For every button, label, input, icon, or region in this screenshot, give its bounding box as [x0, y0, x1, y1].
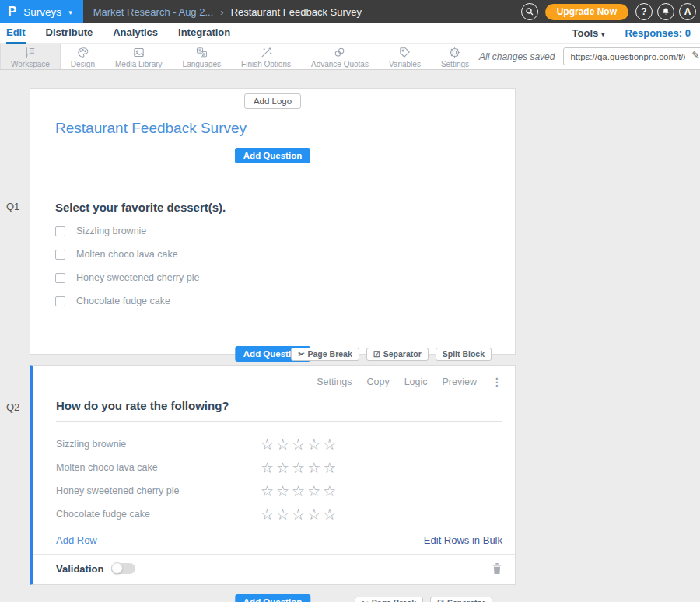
separator-button[interactable]: ☑Separator — [430, 597, 492, 602]
trash-icon — [492, 562, 502, 575]
notifications-button[interactable] — [657, 3, 674, 20]
toolbar-item-finish-options[interactable]: Finish Options — [231, 44, 301, 69]
star-icon: ☆ — [292, 460, 305, 475]
add-row-link[interactable]: Add Row — [56, 534, 97, 546]
star-icon: ☆ — [276, 460, 289, 475]
star-icon: ☆ — [261, 437, 274, 452]
toolbar-item-variables[interactable]: Variables — [379, 44, 431, 69]
image-icon — [131, 46, 146, 59]
q1-option-row[interactable]: Molten choco lava cake — [55, 243, 515, 266]
gear-icon — [447, 46, 462, 59]
rating-row: Molten choco lava cake ☆☆☆☆☆ — [56, 456, 515, 479]
edit-url-pencil-icon[interactable]: ✎ — [691, 50, 699, 61]
q1-option-row[interactable]: Honey sweetened cherry pie — [55, 266, 515, 289]
q2-copy-link[interactable]: Copy — [366, 376, 389, 387]
upgrade-now-button[interactable]: Upgrade Now — [545, 4, 628, 20]
chevron-down-icon: ▾ — [601, 30, 605, 38]
tab-distribute[interactable]: Distribute — [46, 23, 93, 44]
toolbar-item-media-library[interactable]: Media Library — [105, 44, 173, 69]
breadcrumb-folder[interactable]: Market Research - Aug 2... — [93, 6, 214, 18]
star-icon: ☆ — [276, 484, 289, 499]
star-icon: ☆ — [307, 437, 320, 452]
top-bar: P Surveys ▾ Market Research - Aug 2... ›… — [0, 0, 700, 23]
star-icon: ☆ — [276, 507, 289, 522]
magic-wand-icon — [259, 46, 274, 59]
star-icon: ☆ — [261, 460, 274, 475]
q2-logic-link[interactable]: Logic — [404, 376, 428, 387]
page-break-button[interactable]: ✂Page Break — [355, 597, 423, 602]
toggle-knob — [111, 562, 123, 574]
star-rating[interactable]: ☆☆☆☆☆ — [261, 507, 336, 522]
block-boundary-controls: Add Question ✂Page Break ☑Separator Spli… — [30, 346, 515, 362]
scissors-icon: ✂ — [298, 350, 304, 359]
tab-analytics[interactable]: Analytics — [113, 23, 158, 44]
separator-button[interactable]: ☑Separator — [366, 348, 429, 361]
add-question-button-bottom[interactable]: Add Question — [235, 594, 310, 602]
toolbar-item-settings[interactable]: Settings — [431, 44, 479, 69]
block-boundary-controls-bottom: Add Question ✂Page Break ☑Separator — [30, 596, 516, 602]
star-icon: ☆ — [292, 507, 305, 522]
question-number-q2: Q2 — [6, 401, 19, 413]
toolbar-item-advance-quotas[interactable]: Advance Quotas — [301, 44, 379, 69]
responses-count[interactable]: Responses: 0 — [625, 27, 691, 39]
kebab-menu-icon[interactable]: ⋮ — [492, 376, 502, 388]
q2-settings-link[interactable]: Settings — [317, 376, 352, 387]
validation-toggle[interactable] — [111, 563, 135, 574]
survey-title[interactable]: Restaurant Feedback Survey — [55, 120, 515, 140]
q2-preview-link[interactable]: Preview — [443, 376, 477, 387]
avatar-initial: A — [684, 6, 691, 17]
add-question-button-top[interactable]: Add Question — [235, 148, 310, 163]
survey-header-and-q1-block: Add Logo Restaurant Feedback Survey Add … — [30, 88, 516, 355]
delete-question-button[interactable] — [492, 562, 502, 575]
breadcrumb-survey-name: Restaurant Feedback Survey — [231, 6, 362, 18]
tab-edit[interactable]: Edit — [6, 23, 26, 44]
editor-toolbar: Workspace Design Media Library Languages… — [0, 44, 700, 70]
star-rating[interactable]: ☆☆☆☆☆ — [261, 437, 336, 452]
question-mark-icon: ? — [641, 6, 646, 17]
breadcrumb-separator-icon: › — [220, 6, 223, 18]
help-button[interactable]: ? — [635, 3, 653, 20]
toolbar-item-languages[interactable]: Languages — [173, 44, 232, 69]
checkbox-icon[interactable] — [55, 296, 65, 306]
q2-block-selected: Settings Copy Logic Preview ⋮ How do you… — [30, 365, 516, 585]
q1-option-row[interactable]: Chocolate fudge cake — [55, 289, 515, 313]
breadcrumb: Market Research - Aug 2... › Restaurant … — [93, 6, 362, 18]
star-icon: ☆ — [261, 507, 274, 522]
q1-option-row[interactable]: Sizzling brownie — [55, 219, 515, 243]
chain-links-icon — [332, 46, 347, 59]
checkbox-icon[interactable] — [55, 250, 65, 260]
q1-question-text[interactable]: Select your favorite dessert(s). — [55, 201, 515, 216]
rating-row: Chocolate fudge cake ☆☆☆☆☆ — [56, 502, 515, 526]
q2-question-text[interactable]: How do you rate the following? — [56, 399, 502, 412]
search-button[interactable] — [521, 3, 538, 20]
bell-icon — [661, 7, 670, 16]
workspace-icon — [23, 46, 37, 59]
star-rating[interactable]: ☆☆☆☆☆ — [261, 484, 336, 499]
questionpro-logo-icon: P — [8, 4, 16, 19]
tabrow-right: Tools ▾ Responses: 0 — [572, 27, 694, 39]
q1-options: Sizzling brownie Molten choco lava cake … — [55, 219, 515, 354]
survey-url-input[interactable] — [563, 47, 700, 65]
toolbar-item-workspace[interactable]: Workspace — [0, 44, 61, 69]
tools-dropdown[interactable]: Tools ▾ — [572, 27, 605, 39]
separator-check-icon: ☑ — [373, 350, 380, 359]
account-avatar[interactable]: A — [679, 3, 696, 20]
tag-icon — [397, 46, 412, 59]
page-break-button[interactable]: ✂Page Break — [291, 348, 359, 361]
add-logo-button[interactable]: Add Logo — [244, 93, 301, 109]
search-icon — [525, 7, 534, 16]
tab-integration[interactable]: Integration — [178, 23, 230, 44]
star-rating[interactable]: ☆☆☆☆☆ — [261, 460, 336, 475]
q2-rating-rows: Sizzling brownie ☆☆☆☆☆ Molten choco lava… — [56, 432, 515, 526]
checkbox-icon[interactable] — [55, 226, 65, 236]
star-icon: ☆ — [276, 437, 289, 452]
scissors-icon: ✂ — [362, 599, 368, 602]
separator-check-icon: ☑ — [437, 599, 444, 602]
edit-rows-in-bulk-link[interactable]: Edit Rows in Bulk — [424, 534, 502, 546]
toolbar-item-design[interactable]: Design — [61, 44, 105, 69]
star-icon: ☆ — [323, 460, 336, 475]
surveys-menu[interactable]: P Surveys ▾ — [0, 0, 83, 23]
star-icon: ☆ — [323, 437, 336, 452]
checkbox-icon[interactable] — [55, 273, 65, 283]
split-block-button[interactable]: Split Block — [436, 348, 492, 361]
